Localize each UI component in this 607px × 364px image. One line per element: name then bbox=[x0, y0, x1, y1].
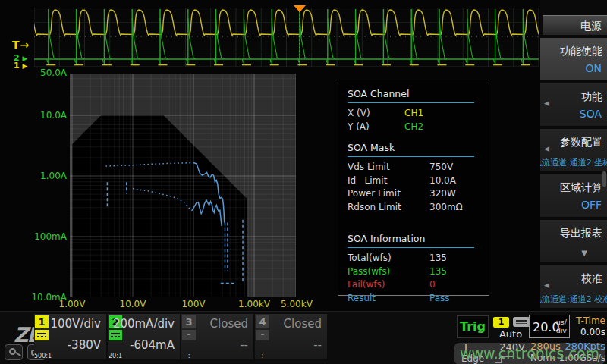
coupling-icon[interactable]: – bbox=[256, 330, 269, 340]
channel-2-block[interactable]: 220:1200mA/div-604mA bbox=[108, 314, 180, 359]
row-value: 0 bbox=[429, 279, 436, 290]
coupling-icon[interactable] bbox=[35, 330, 49, 340]
section-divider bbox=[348, 102, 474, 103]
y-axis-tick-label: 10.0A bbox=[24, 110, 67, 121]
chevron-left-icon: ◀ bbox=[544, 145, 549, 152]
sidebar-item-value: SOA bbox=[580, 108, 602, 120]
panel-row: Id Limit10.0A bbox=[348, 175, 481, 189]
chevron-left-icon: ◀ bbox=[544, 99, 549, 107]
sidebar-item-1[interactable]: 功能使能ON bbox=[540, 38, 607, 80]
channel-3-badge[interactable]: 3 bbox=[182, 315, 196, 328]
panel-row: Total(wfs)135 bbox=[348, 253, 481, 266]
sidebar-item-3[interactable]: ◀参数配置电流通道:通道2 坐标 bbox=[540, 129, 607, 171]
row-label: Result bbox=[348, 293, 376, 303]
channel-offset[interactable]: -- bbox=[313, 338, 322, 352]
coupling-line bbox=[111, 333, 120, 334]
channel-1-block[interactable]: 1500:1100V/div-380V bbox=[34, 314, 106, 359]
sidebar-item-6[interactable]: ◀校准电流通道:通道2 校准 bbox=[540, 265, 607, 308]
trigger-coupling-icon[interactable] bbox=[513, 317, 530, 327]
soa-mask-section: SOA Mask Vds Limit750VId Limit10.0APower… bbox=[348, 140, 481, 215]
arrow-right-icon: → bbox=[20, 39, 30, 51]
trigger-level-marker[interactable]: T→ bbox=[12, 39, 30, 51]
channel-1-badge[interactable]: 1 bbox=[35, 315, 49, 328]
trigger-position-marker-icon[interactable] bbox=[294, 5, 306, 12]
channel-offset[interactable]: -- bbox=[240, 338, 248, 352]
panel-row: X (V)CH1 bbox=[348, 108, 481, 121]
row-label: Rdson Limit bbox=[348, 202, 401, 212]
row-label: Fail(wfs) bbox=[348, 279, 385, 290]
panel-row: Rdson Limit300mΩ bbox=[348, 202, 481, 215]
row-value: 750V bbox=[429, 162, 453, 172]
panel-row: ResultPass bbox=[348, 293, 481, 306]
panel-row: Y (A)CH2 bbox=[348, 121, 481, 135]
channel-scale[interactable]: Closed bbox=[284, 317, 322, 331]
panel-row: Pass(wfs)135 bbox=[348, 266, 481, 280]
channel-scale[interactable]: 200mA/div bbox=[113, 317, 175, 331]
y-axis-tick-label: 50.0A bbox=[24, 67, 67, 78]
row-value: 300mΩ bbox=[429, 202, 463, 212]
channel-4-block[interactable]: 4–-:-Closed-- bbox=[255, 314, 327, 359]
row-value: 135 bbox=[429, 266, 447, 277]
soa-plot bbox=[70, 74, 296, 297]
panel-row: Power Limit320W bbox=[348, 188, 481, 202]
chevron-left-icon: ◀ bbox=[544, 281, 549, 289]
trigger-status-button[interactable]: Trig bbox=[457, 315, 489, 338]
sidebar-item-value: OFF bbox=[581, 199, 602, 211]
touch-gesture-icon[interactable] bbox=[5, 344, 23, 360]
watermark: www.cntronics.com bbox=[454, 343, 605, 364]
row-label: X (V) bbox=[348, 108, 370, 118]
panel-row: Vds Limit750V bbox=[348, 162, 481, 175]
channel-offset[interactable]: -380V bbox=[68, 338, 101, 352]
probe-ratio: -:- bbox=[181, 353, 197, 359]
channel-3-block[interactable]: 3–-:-Closed-- bbox=[181, 314, 253, 359]
row-value: Pass bbox=[429, 293, 450, 303]
coupling-icon[interactable]: – bbox=[182, 330, 196, 340]
probe-ratio: 500:1 bbox=[34, 353, 49, 359]
panel-row: Fail(wfs)0 bbox=[348, 279, 481, 293]
horizontal-scale-box[interactable]: 20.0 us/div bbox=[529, 315, 570, 338]
section-title: SOA Mask bbox=[348, 140, 481, 153]
time-per-div-unit: us/div bbox=[556, 318, 567, 334]
sidebar-item-label: 功能 bbox=[581, 90, 602, 104]
coupling-dashes bbox=[37, 336, 46, 337]
sidebar-item-2[interactable]: ◀功能SOA bbox=[540, 83, 607, 126]
row-label: Y (A) bbox=[348, 121, 370, 132]
row-label: Total(wfs) bbox=[348, 253, 392, 263]
scrollbar-thumb[interactable] bbox=[602, 171, 606, 187]
menu-header-power[interactable]: 电源 bbox=[543, 15, 607, 35]
section-title: SOA Information bbox=[348, 231, 481, 244]
sidebar-item-5[interactable]: 导出报表▼ bbox=[540, 220, 607, 262]
row-label: Id Limit bbox=[348, 175, 387, 186]
sidebar-item-label: 参数配置 bbox=[560, 136, 602, 149]
coupling-icon[interactable] bbox=[109, 330, 122, 340]
t-time-value[interactable]: 0.00s bbox=[571, 327, 605, 337]
channel-scale[interactable]: Closed bbox=[210, 317, 248, 331]
row-value: 135 bbox=[429, 253, 447, 263]
channel-scale[interactable]: 100V/div bbox=[50, 317, 101, 331]
probe-ratio: -:- bbox=[255, 353, 270, 359]
sidebar-item-4[interactable]: 区域计算OFF bbox=[540, 174, 607, 217]
row-label: Power Limit bbox=[348, 188, 401, 199]
sidebar-menu: 电源 功能使能ON◀功能SOA◀参数配置电流通道:通道2 坐标区域计算OFF导出… bbox=[540, 0, 607, 311]
row-value: CH2 bbox=[404, 121, 423, 132]
row-value: 320W bbox=[429, 188, 456, 199]
sidebar-item-label: 功能使能 bbox=[560, 45, 602, 58]
y-axis-tick-label: 1.00A bbox=[24, 171, 67, 181]
channel-4-badge[interactable]: 4 bbox=[256, 315, 269, 328]
trigger-mode[interactable]: Auto bbox=[490, 328, 531, 340]
sidebar-item-label: 校准 bbox=[581, 272, 602, 286]
section-divider bbox=[348, 247, 474, 248]
channel-offset[interactable]: -604mA bbox=[130, 338, 175, 352]
x-axis-tick-label: 5.00kV bbox=[281, 299, 313, 309]
sidebar-item-subtext: 电流通道:通道2 校准 bbox=[540, 293, 607, 305]
bottom-status-bar: ZLG® 1500:1100V/div-380V220:1200mA/div-6… bbox=[0, 311, 607, 364]
soa-information-section: SOA Information Total(wfs)135Pass(wfs)13… bbox=[348, 231, 481, 306]
x-axis-tick-label: 1.00kV bbox=[238, 299, 270, 309]
row-label: Pass(wfs) bbox=[348, 266, 390, 277]
row-value: CH1 bbox=[404, 108, 423, 118]
soa-plot-canvas bbox=[70, 74, 296, 297]
coupling-line bbox=[37, 333, 46, 334]
row-value: 10.0A bbox=[429, 175, 456, 186]
probe-ratio: 20:1 bbox=[108, 353, 123, 359]
trigger-source-badge[interactable]: 1 bbox=[493, 317, 509, 328]
